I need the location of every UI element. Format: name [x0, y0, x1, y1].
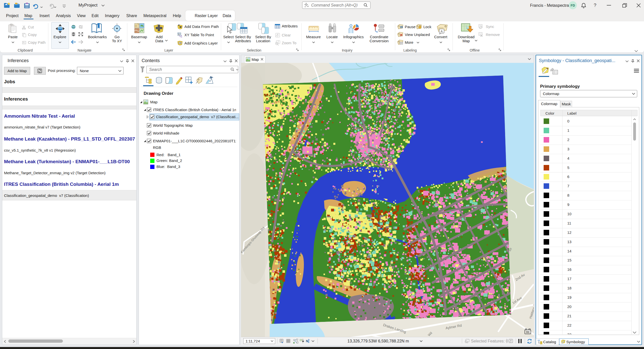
svg-text:XY: XY: [178, 34, 181, 35]
svg-text:A: A: [441, 30, 443, 33]
svg-text:N: N: [306, 339, 308, 343]
